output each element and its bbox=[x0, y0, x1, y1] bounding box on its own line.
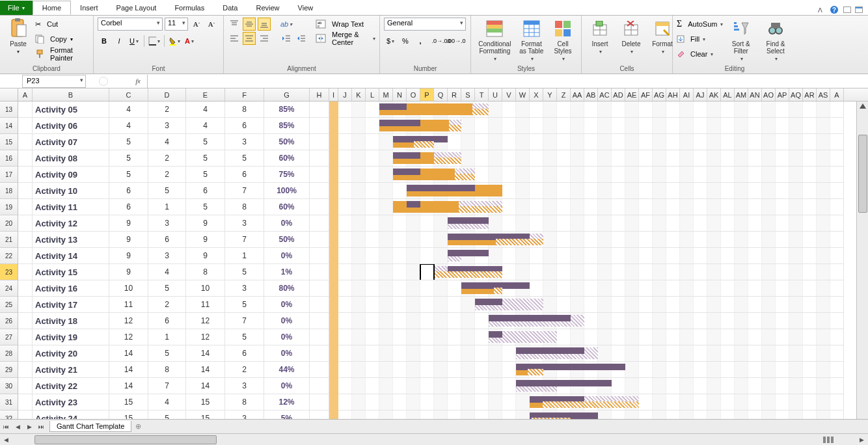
col-header-AM[interactable]: AM bbox=[735, 88, 748, 101]
cell[interactable]: 11 bbox=[186, 297, 225, 313]
cell[interactable]: Activity 15 bbox=[33, 264, 109, 280]
cell[interactable]: 9 bbox=[186, 248, 225, 264]
comma-icon[interactable]: , bbox=[414, 34, 427, 47]
cell[interactable] bbox=[310, 264, 329, 280]
cell[interactable] bbox=[310, 362, 329, 378]
cell[interactable]: 50% bbox=[264, 134, 310, 150]
ribbon-tab-home[interactable]: Home bbox=[33, 1, 71, 15]
cell[interactable]: 5 bbox=[148, 345, 186, 362]
cell[interactable]: 9 bbox=[109, 232, 148, 248]
col-header-AG[interactable]: AG bbox=[653, 88, 666, 101]
col-header-Y[interactable]: Y bbox=[543, 88, 557, 101]
cell[interactable]: 5 bbox=[225, 264, 264, 280]
cell[interactable]: 85% bbox=[264, 101, 310, 118]
cell[interactable] bbox=[310, 280, 329, 297]
cell[interactable]: 9 bbox=[109, 264, 148, 280]
col-header-AP[interactable]: AP bbox=[776, 88, 789, 101]
cell[interactable]: 5 bbox=[186, 167, 225, 183]
col-header-O[interactable]: O bbox=[407, 88, 420, 101]
cell[interactable]: 1 bbox=[225, 248, 264, 264]
col-header-AK[interactable]: AK bbox=[707, 88, 721, 101]
row-header[interactable]: 25 bbox=[0, 297, 18, 313]
cell[interactable]: Activity 17 bbox=[33, 297, 109, 313]
cell[interactable] bbox=[18, 329, 33, 345]
cell-styles-button[interactable]: Cell Styles bbox=[549, 17, 577, 63]
cell[interactable]: 5 bbox=[148, 183, 186, 199]
col-header-P[interactable]: P bbox=[420, 88, 434, 101]
cell[interactable]: Activity 12 bbox=[33, 215, 109, 232]
cell[interactable]: 4 bbox=[148, 134, 186, 150]
cell[interactable]: 44% bbox=[264, 362, 310, 378]
decrease-font-icon[interactable]: Aˇ bbox=[205, 18, 218, 31]
cell[interactable]: 11 bbox=[109, 297, 148, 313]
cell[interactable]: 0% bbox=[264, 215, 310, 232]
percent-icon[interactable]: % bbox=[399, 34, 412, 47]
col-header-AS[interactable]: AS bbox=[817, 88, 830, 101]
gantt-row[interactable] bbox=[338, 329, 844, 345]
cell[interactable]: Activity 22 bbox=[33, 378, 109, 394]
cell[interactable] bbox=[310, 183, 329, 199]
cell[interactable]: 15 bbox=[109, 394, 148, 411]
cell[interactable]: Activity 07 bbox=[33, 134, 109, 150]
row-header[interactable]: 21 bbox=[0, 232, 18, 248]
cell[interactable]: 3 bbox=[148, 248, 186, 264]
cell[interactable]: 8 bbox=[225, 394, 264, 411]
cell[interactable]: 0% bbox=[264, 297, 310, 313]
cell[interactable]: 3 bbox=[148, 118, 186, 134]
row-header[interactable]: 23 bbox=[0, 264, 18, 280]
border-button[interactable] bbox=[148, 34, 161, 47]
cell[interactable]: 60% bbox=[264, 199, 310, 215]
cell[interactable]: 7 bbox=[225, 232, 264, 248]
row-header[interactable]: 28 bbox=[0, 345, 18, 362]
cell[interactable]: 3 bbox=[225, 280, 264, 297]
row-header[interactable]: 15 bbox=[0, 134, 18, 150]
cell[interactable]: 5 bbox=[186, 150, 225, 167]
font-size-combo[interactable]: 11 bbox=[165, 18, 188, 31]
conditional-formatting-button[interactable]: Conditional Formatting bbox=[475, 17, 515, 63]
cell[interactable]: 5 bbox=[225, 297, 264, 313]
col-header-AC[interactable]: AC bbox=[598, 88, 612, 101]
cell[interactable]: Activity 09 bbox=[33, 167, 109, 183]
number-format-combo[interactable]: General bbox=[384, 18, 466, 31]
col-header-V[interactable]: V bbox=[502, 88, 516, 101]
col-header-B[interactable]: B bbox=[33, 88, 109, 101]
row-header[interactable]: 30 bbox=[0, 378, 18, 394]
align-top-icon[interactable] bbox=[228, 18, 241, 31]
col-header-M[interactable]: M bbox=[379, 88, 393, 101]
next-sheet-icon[interactable]: ▶ bbox=[23, 421, 35, 433]
cell[interactable] bbox=[310, 345, 329, 362]
ribbon-tab-insert[interactable]: Insert bbox=[71, 1, 107, 15]
row-header[interactable]: 24 bbox=[0, 280, 18, 297]
col-header-I[interactable]: I bbox=[329, 88, 338, 101]
gantt-row[interactable] bbox=[338, 313, 844, 329]
vertical-scrollbar[interactable] bbox=[856, 101, 868, 419]
cell[interactable]: Activity 10 bbox=[33, 183, 109, 199]
col-header-AN[interactable]: AN bbox=[748, 88, 762, 101]
row-header[interactable]: 14 bbox=[0, 118, 18, 134]
cell[interactable]: 7 bbox=[225, 313, 264, 329]
align-center-icon[interactable] bbox=[243, 32, 256, 45]
row-header[interactable]: 22 bbox=[0, 248, 18, 264]
cell[interactable]: 2 bbox=[148, 297, 186, 313]
cell[interactable]: Activity 14 bbox=[33, 248, 109, 264]
cell[interactable]: 0% bbox=[264, 345, 310, 362]
cell[interactable]: Activity 06 bbox=[33, 118, 109, 134]
cell[interactable]: 9 bbox=[109, 248, 148, 264]
cell[interactable]: 0% bbox=[264, 248, 310, 264]
gantt-row[interactable] bbox=[338, 232, 844, 248]
cell[interactable]: 12 bbox=[186, 313, 225, 329]
col-header-A[interactable]: A bbox=[830, 88, 844, 101]
col-header-N[interactable]: N bbox=[393, 88, 407, 101]
cell[interactable] bbox=[310, 101, 329, 118]
col-header-AR[interactable]: AR bbox=[803, 88, 817, 101]
cell[interactable]: 8 bbox=[186, 264, 225, 280]
col-header-G[interactable]: G bbox=[264, 88, 310, 101]
cell[interactable]: 14 bbox=[109, 378, 148, 394]
row-header[interactable]: 18 bbox=[0, 183, 18, 199]
cell[interactable]: 8 bbox=[225, 199, 264, 215]
bold-button[interactable]: B bbox=[98, 34, 111, 47]
cell[interactable] bbox=[18, 150, 33, 167]
cell[interactable] bbox=[310, 313, 329, 329]
worksheet-grid[interactable]: 13Activity 05424885%14Activity 06434685%… bbox=[0, 101, 868, 431]
cell[interactable] bbox=[18, 232, 33, 248]
